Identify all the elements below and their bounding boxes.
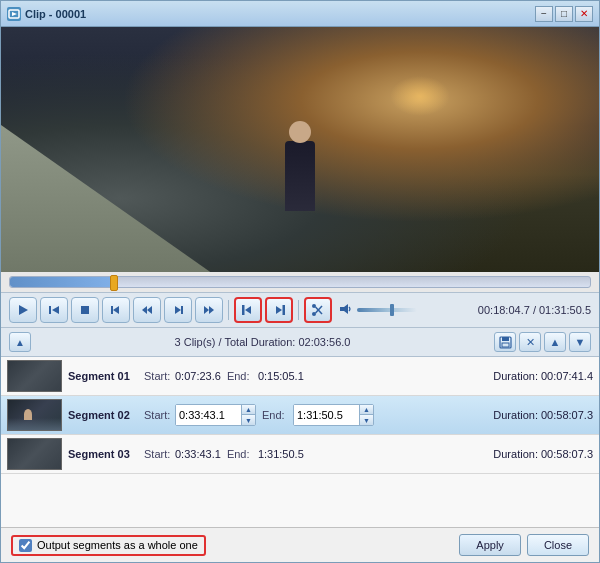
segment-2-start-down[interactable]: ▼ — [242, 415, 255, 425]
segment-2-start-field: Start: ▲ ▼ — [144, 404, 256, 426]
move-segment-up-button[interactable]: ▲ — [544, 332, 566, 352]
segment-3-end-field: End: 1:31:50.5 — [227, 448, 304, 460]
segment-1-end-field: End: 0:15:05.1 — [227, 370, 304, 382]
segment-2-duration: Duration: 00:58:07.3 — [493, 409, 593, 421]
segment-2-start-input-group[interactable]: ▲ ▼ — [175, 404, 256, 426]
segment-2-start-spinners: ▲ ▼ — [241, 405, 255, 425]
segment-1-duration: Duration: 00:07:41.4 — [493, 370, 593, 382]
fast-forward-button[interactable] — [195, 297, 223, 323]
segment-thumb-3 — [7, 438, 62, 470]
output-checkbox-group: Output segments as a whole one — [11, 535, 206, 556]
svg-rect-16 — [283, 305, 286, 315]
svg-marker-7 — [113, 306, 119, 314]
segment-thumb-1 — [7, 360, 62, 392]
volume-section — [339, 302, 417, 319]
stop-button[interactable] — [71, 297, 99, 323]
apply-button[interactable]: Apply — [459, 534, 521, 556]
volume-slider[interactable] — [357, 308, 417, 312]
timeline-area — [1, 272, 599, 292]
segment-2-start-input[interactable] — [176, 405, 241, 425]
segment-1-start-value: 0:07:23.6 — [175, 370, 221, 382]
svg-marker-9 — [142, 306, 147, 314]
svg-rect-6 — [111, 306, 113, 314]
segment-2-end-input[interactable] — [294, 405, 359, 425]
svg-marker-22 — [340, 304, 348, 314]
timeline-thumb[interactable] — [110, 275, 118, 291]
svg-marker-8 — [147, 306, 152, 314]
output-whole-checkbox[interactable] — [19, 539, 32, 552]
segment-3-label: Segment 03 — [68, 448, 138, 460]
video-display — [1, 27, 599, 272]
svg-marker-15 — [245, 306, 251, 314]
timeline-fill — [10, 277, 114, 287]
window-title: Clip - 00001 — [25, 8, 86, 20]
delete-segment-button[interactable]: ✕ — [519, 332, 541, 352]
segment-row-2[interactable]: Segment 02 Start: ▲ ▼ End: ▲ ▼ — [1, 396, 599, 435]
svg-marker-13 — [209, 306, 214, 314]
segments-count-text: 3 Clip(s) / Total Duration: 02:03:56.0 — [175, 336, 351, 348]
main-window: Clip - 00001 − □ ✕ — [0, 0, 600, 563]
volume-icon[interactable] — [339, 302, 353, 319]
time-display: 00:18:04.7 / 01:31:50.5 — [478, 304, 591, 316]
app-icon — [7, 7, 21, 21]
segment-3-duration: Duration: 00:58:07.3 — [493, 448, 593, 460]
svg-marker-11 — [175, 306, 181, 314]
control-separator-2 — [298, 300, 299, 320]
split-button[interactable] — [304, 297, 332, 323]
segment-row-1[interactable]: Segment 01 Start: 0:07:23.6 End: 0:15:05… — [1, 357, 599, 396]
goto-start-button[interactable] — [40, 297, 68, 323]
segment-2-end-field: End: ▲ ▼ — [262, 404, 374, 426]
mark-out-button[interactable] — [265, 297, 293, 323]
segment-row-3[interactable]: Segment 03 Start: 0:33:43.1 End: 1:31:50… — [1, 435, 599, 474]
move-segment-down-button[interactable]: ▼ — [569, 332, 591, 352]
control-separator-1 — [228, 300, 229, 320]
segment-action-buttons: ✕ ▲ ▼ — [494, 332, 591, 352]
bottom-buttons: Apply Close — [459, 534, 589, 556]
close-button[interactable]: ✕ — [575, 6, 593, 22]
maximize-button[interactable]: □ — [555, 6, 573, 22]
close-button[interactable]: Close — [527, 534, 589, 556]
minimize-button[interactable]: − — [535, 6, 553, 22]
segment-2-end-spinners: ▲ ▼ — [359, 405, 373, 425]
segment-3-end-value: 1:31:50.5 — [258, 448, 304, 460]
svg-marker-4 — [52, 306, 59, 314]
svg-marker-17 — [276, 306, 282, 314]
segment-2-label: Segment 02 — [68, 409, 138, 421]
segment-1-label: Segment 01 — [68, 370, 138, 382]
play-button[interactable] — [9, 297, 37, 323]
segment-2-end-input-group[interactable]: ▲ ▼ — [293, 404, 374, 426]
mark-in-button[interactable] — [234, 297, 262, 323]
segment-3-start-value: 0:33:43.1 — [175, 448, 221, 460]
rewind-button[interactable] — [133, 297, 161, 323]
timeline-track[interactable] — [9, 276, 591, 288]
svg-marker-1 — [12, 12, 17, 16]
svg-marker-12 — [204, 306, 209, 314]
scroll-up-button[interactable]: ▲ — [9, 332, 31, 352]
segment-2-end-down[interactable]: ▼ — [360, 415, 373, 425]
next-frame-button[interactable] — [164, 297, 192, 323]
segment-1-end-value: 0:15:05.1 — [258, 370, 304, 382]
title-bar-left: Clip - 00001 — [7, 7, 86, 21]
segment-3-start-field: Start: 0:33:43.1 — [144, 448, 221, 460]
save-segments-button[interactable] — [494, 332, 516, 352]
segment-2-end-up[interactable]: ▲ — [360, 405, 373, 415]
svg-rect-5 — [81, 306, 89, 314]
segment-thumb-2 — [7, 399, 62, 431]
output-checkbox-label: Output segments as a whole one — [37, 539, 198, 551]
svg-rect-3 — [49, 306, 51, 314]
svg-rect-14 — [242, 305, 245, 315]
segments-list: Segment 01 Start: 0:07:23.6 End: 0:15:05… — [1, 357, 599, 527]
title-bar: Clip - 00001 − □ ✕ — [1, 1, 599, 27]
controls-bar: 00:18:04.7 / 01:31:50.5 — [1, 292, 599, 327]
prev-frame-button[interactable] — [102, 297, 130, 323]
bottom-bar: Output segments as a whole one Apply Clo… — [1, 527, 599, 562]
segment-2-start-up[interactable]: ▲ — [242, 405, 255, 415]
title-bar-buttons: − □ ✕ — [535, 6, 593, 22]
segments-header: ▲ 3 Clip(s) / Total Duration: 02:03:56.0… — [1, 327, 599, 357]
svg-marker-2 — [19, 305, 28, 315]
svg-rect-10 — [181, 306, 183, 314]
svg-rect-25 — [502, 343, 509, 347]
segment-1-start-field: Start: 0:07:23.6 — [144, 370, 221, 382]
svg-rect-24 — [502, 337, 509, 341]
